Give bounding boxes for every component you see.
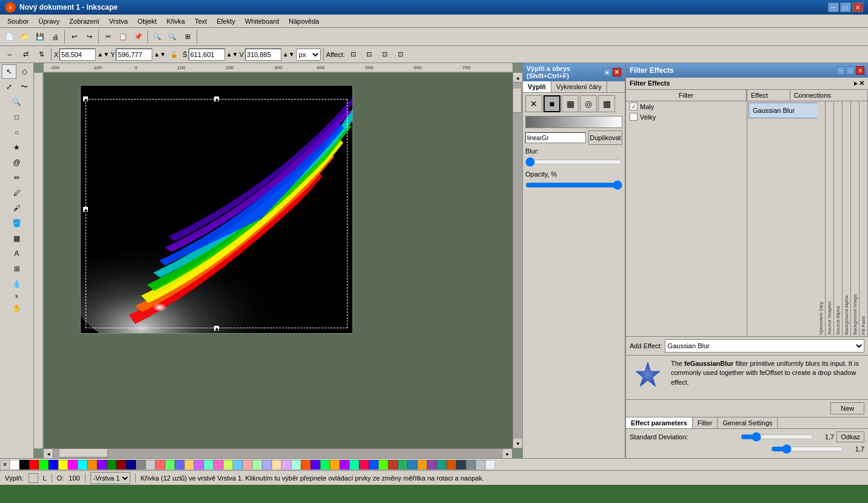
- palette-color-35[interactable]: [349, 460, 359, 470]
- maximize-btn[interactable]: □: [840, 2, 851, 12]
- vscroll-track[interactable]: [513, 83, 522, 439]
- palette-color-24[interactable]: [243, 460, 252, 470]
- new-btn[interactable]: 📄: [2, 30, 17, 44]
- hscroll-thumb[interactable]: [59, 449, 108, 457]
- palette-color-29[interactable]: [291, 460, 301, 470]
- x-spinner[interactable]: ▲▼: [97, 51, 109, 58]
- menu-text[interactable]: Text: [190, 16, 212, 26]
- palette-color-42[interactable]: [417, 460, 427, 470]
- palette-color-25[interactable]: [252, 460, 262, 470]
- tab-general-settings[interactable]: General Settings: [718, 417, 778, 428]
- link-btn[interactable]: Odkaz: [836, 431, 864, 442]
- tool-flip-v[interactable]: ⇅: [34, 47, 49, 62]
- node-tool[interactable]: ◇: [17, 64, 32, 79]
- palette-color-22[interactable]: [223, 460, 233, 470]
- vscroll-down[interactable]: ▼: [513, 439, 522, 448]
- palette-color-28[interactable]: [281, 460, 291, 470]
- tab-filter[interactable]: Filter: [693, 417, 718, 428]
- palette-none[interactable]: ✕: [0, 460, 10, 470]
- cut-btn[interactable]: ✂: [101, 30, 115, 44]
- tool-transform[interactable]: ↔: [2, 47, 17, 62]
- affect-btn4[interactable]: ⊡: [394, 47, 408, 62]
- filter-item-velky[interactable]: Velky: [626, 112, 747, 122]
- tab-effect-params[interactable]: Effect parameters: [626, 417, 693, 428]
- palette-color-5[interactable]: [58, 460, 68, 470]
- save-btn[interactable]: 💾: [33, 30, 47, 44]
- pencil-tool[interactable]: ✏: [2, 170, 32, 185]
- canvas-scroll[interactable]: ✦ ✦ ✦ ✦: [44, 73, 513, 448]
- print-btn[interactable]: 🖨: [48, 30, 62, 44]
- affect-btn1[interactable]: ⊡: [346, 47, 361, 62]
- palette-color-37[interactable]: [369, 460, 378, 470]
- menu-efekty[interactable]: Efekty: [212, 16, 240, 26]
- hscrollbar[interactable]: ◄ ►: [44, 448, 513, 458]
- palette-color-7[interactable]: [78, 460, 87, 470]
- affect-btn2[interactable]: ⊡: [362, 47, 377, 62]
- handle-br[interactable]: ✦: [214, 326, 219, 331]
- palette-color-41[interactable]: [408, 460, 417, 470]
- palette-color-27[interactable]: [272, 460, 281, 470]
- star-tool[interactable]: ★: [2, 140, 32, 155]
- palette-color-6[interactable]: [68, 460, 78, 470]
- palette-color-31[interactable]: [311, 460, 320, 470]
- copy-btn[interactable]: 📋: [116, 30, 130, 44]
- palette-color-14[interactable]: [146, 460, 155, 470]
- menu-soubor[interactable]: Soubor: [2, 16, 33, 26]
- palette-color-45[interactable]: [446, 460, 456, 470]
- gradient-name-input[interactable]: [525, 132, 586, 143]
- palette-color-30[interactable]: [301, 460, 311, 470]
- palette-color-34[interactable]: [340, 460, 349, 470]
- hscroll-left[interactable]: ◄: [44, 449, 53, 458]
- menu-zobrazeni[interactable]: Zobrazení: [64, 16, 104, 26]
- rect-tool[interactable]: □: [2, 110, 32, 124]
- menu-napoveda[interactable]: Nápověda: [284, 16, 324, 26]
- lock-aspect-btn[interactable]: 🔒: [167, 47, 181, 62]
- menu-krivka[interactable]: Křivka: [161, 16, 190, 26]
- vscrollbar[interactable]: ▲ ▼: [513, 73, 522, 448]
- layer-select[interactable]: -Vrstva 1: [90, 472, 130, 484]
- palette-color-13[interactable]: [136, 460, 146, 470]
- palette-color-12[interactable]: [126, 460, 136, 470]
- palette-color-33[interactable]: [330, 460, 340, 470]
- palette-color-19[interactable]: [194, 460, 204, 470]
- hscroll-track[interactable]: [53, 449, 503, 458]
- bucket-tool[interactable]: 🪣: [2, 216, 32, 231]
- blur-slider[interactable]: [525, 157, 622, 167]
- menu-whiteboard[interactable]: Whiteboard: [240, 16, 284, 26]
- redo-btn[interactable]: ↪: [82, 30, 96, 44]
- palette-color-15[interactable]: [155, 460, 165, 470]
- tool-flip-h[interactable]: ⇄: [18, 47, 33, 62]
- h-input[interactable]: [245, 49, 281, 61]
- zoom-tool[interactable]: ⤢: [2, 79, 16, 94]
- opacity-slider[interactable]: [525, 180, 622, 190]
- filter-checkbox-maly[interactable]: ✓: [630, 103, 638, 110]
- palette-color-40[interactable]: [398, 460, 408, 470]
- y-spinner[interactable]: ▲▼: [153, 51, 166, 58]
- new-effect-btn[interactable]: New: [830, 402, 864, 414]
- palette-color-10[interactable]: [107, 460, 116, 470]
- fill-pattern-btn[interactable]: ▩: [598, 95, 615, 112]
- palette-color-49[interactable]: [485, 460, 495, 470]
- handle-ml[interactable]: ✦: [83, 207, 88, 212]
- filter-expand-btn[interactable]: □: [846, 66, 855, 75]
- filter-checkbox-velky[interactable]: [630, 113, 638, 121]
- zoom-out-btn[interactable]: 🔍: [165, 30, 180, 44]
- palette-color-18[interactable]: [184, 460, 194, 470]
- palette-color-36[interactable]: [359, 460, 369, 470]
- pen-tool[interactable]: 🖊: [2, 186, 32, 200]
- tab-stroke[interactable]: Vykreslení čáry: [551, 81, 607, 92]
- w-spinner[interactable]: ▲▼: [226, 51, 238, 58]
- x-input[interactable]: [59, 49, 96, 61]
- std-deviation-slider1[interactable]: [741, 433, 813, 441]
- filter-item-maly[interactable]: ✓ Maly: [626, 101, 747, 112]
- calligraphy-tool[interactable]: 🖋: [2, 201, 32, 215]
- spiral-tool[interactable]: @: [2, 155, 32, 170]
- select-tool[interactable]: ↖: [2, 64, 16, 79]
- palette-color-0[interactable]: [10, 460, 19, 470]
- palette-color-23[interactable]: [233, 460, 243, 470]
- paste-btn[interactable]: 📌: [131, 30, 146, 44]
- palette-color-43[interactable]: [427, 460, 437, 470]
- palette-color-20[interactable]: [204, 460, 214, 470]
- palette-color-3[interactable]: [39, 460, 49, 470]
- palette-color-11[interactable]: [116, 460, 126, 470]
